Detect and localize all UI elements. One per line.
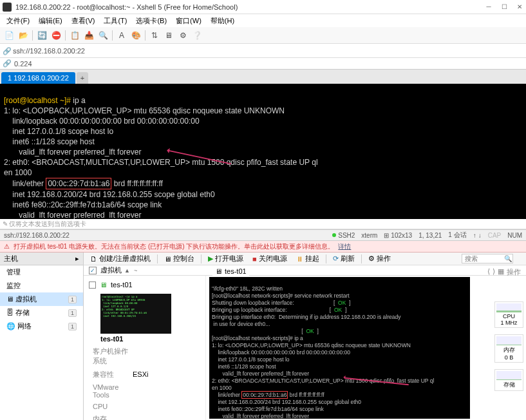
vm-name: tes-t01 bbox=[111, 281, 133, 289]
collapse-icon[interactable]: ▸ bbox=[75, 254, 79, 263]
vm-console-overlay[interactable]: "ifcfg-eth0" 18L, 282C written [root@loc… bbox=[209, 277, 470, 419]
session-tabbar: 1 192.168.0.200:22 + bbox=[0, 70, 526, 84]
vm-item-title: tes-t01 bbox=[100, 335, 200, 343]
metrics-column: CPU1 MHz 内存0 B 存储 bbox=[494, 301, 523, 391]
screen-button[interactable]: 🖥 bbox=[162, 29, 175, 42]
play-icon: ▶ bbox=[208, 254, 213, 263]
sort-icon[interactable]: ▲ bbox=[124, 267, 130, 274]
grid-icon: ⊞ bbox=[384, 232, 389, 239]
sidebar-item-monitor[interactable]: 监控 bbox=[0, 279, 83, 292]
warning-icon: ⚠ bbox=[4, 243, 10, 250]
vm-main-area: 🗋创建/注册虚拟机 🖥控制台 ▶打开电源 ■关闭电源 ⏸挂起 ⟳刷新 ⚙操作 🔍… bbox=[84, 253, 526, 420]
vm-icon: 🖥 bbox=[215, 267, 222, 275]
vm-refresh-button[interactable]: ⟳刷新 bbox=[330, 253, 357, 265]
warning-bar: ⚠ 打开虚拟机 tes-t01 电源失败。无法在当前状态 (已打开电源) 下执行… bbox=[0, 241, 526, 253]
vm-actions-button[interactable]: ⚙操作 bbox=[366, 253, 393, 265]
app-icon bbox=[3, 3, 12, 12]
storage-icon: 🗄 bbox=[6, 309, 15, 316]
warning-link[interactable]: 详情 bbox=[338, 242, 351, 251]
console-icon: 🖥 bbox=[164, 255, 171, 263]
paste-button[interactable]: 📥 bbox=[82, 29, 95, 42]
link-icon: 🔗 bbox=[3, 59, 12, 68]
vm-list-row[interactable]: 🖥 tes-t01 bbox=[89, 280, 200, 290]
vm-workspace: 主机▸ 管理 监控 🖥 虚拟机1 🗄 存储1 🌐 网络1 🗋创建/注册虚拟机 🖥… bbox=[0, 253, 526, 420]
reconnect-button[interactable]: 🔄 bbox=[35, 29, 48, 42]
prompt: [root@localhost ~]# bbox=[4, 96, 71, 105]
metric-storage: 存储 bbox=[494, 369, 523, 391]
mac-address-highlight: 00:0c:29:7d:b1:a6 bbox=[46, 178, 111, 189]
vm-meta: 客户机操作系统 兼容性ESXi VMware Tools CPU 内存 bbox=[89, 343, 200, 420]
down-icon: ↓ bbox=[478, 232, 482, 239]
address-text[interactable]: ssh://192.168.0.200:22 bbox=[13, 47, 523, 55]
menu-view[interactable]: 查看(V) bbox=[68, 15, 99, 27]
options-button[interactable]: ⚙ bbox=[176, 29, 189, 42]
vm-row-checkbox[interactable] bbox=[89, 282, 96, 289]
maximize-button[interactable]: ☐ bbox=[500, 3, 508, 11]
terminal[interactable]: [root@localhost ~]# ip a 1: lo: <LOOPBAC… bbox=[0, 84, 526, 219]
menu-tools[interactable]: 工具(T) bbox=[100, 15, 131, 27]
address-bar: 🔗 ssh://192.168.0.200:22 bbox=[0, 44, 526, 58]
side-head: 主机▸ bbox=[0, 253, 83, 265]
up-icon: ↑ bbox=[473, 232, 476, 239]
menu-edit[interactable]: 编辑(E) bbox=[35, 15, 66, 27]
sidebar-item-vms[interactable]: 🖥 虚拟机1 bbox=[0, 292, 83, 306]
select-all-checkbox[interactable]: ✓ bbox=[89, 267, 97, 274]
vm-content: 🖥 tes-t01 root@localhost ~]# ip a 1: lo:… bbox=[84, 276, 526, 420]
vm-toolbar: 🗋创建/注册虚拟机 🖥控制台 ▶打开电源 ■关闭电源 ⏸挂起 ⟳刷新 ⚙操作 🔍 bbox=[84, 253, 526, 265]
font-button[interactable]: A bbox=[115, 29, 128, 42]
vm-create-button[interactable]: 🗋创建/注册虚拟机 bbox=[88, 253, 153, 265]
plus-icon: 🗋 bbox=[90, 255, 97, 263]
vm-poweron-button[interactable]: ▶打开电源 bbox=[205, 253, 246, 265]
color-button[interactable]: 🎨 bbox=[129, 29, 142, 42]
stop-icon: ■ bbox=[252, 255, 257, 263]
vm-poweroff-button[interactable]: ■关闭电源 bbox=[250, 253, 290, 265]
menu-tabs[interactable]: 选项卡(B) bbox=[132, 15, 171, 27]
help-button[interactable]: ❔ bbox=[191, 29, 203, 42]
minimize-button[interactable]: ─ bbox=[485, 3, 493, 11]
close-button[interactable]: ✕ bbox=[516, 3, 523, 11]
sidebar-item-storage[interactable]: 🗄 存储1 bbox=[0, 306, 83, 320]
gear-icon: ⚙ bbox=[368, 254, 375, 263]
menu-window[interactable]: 窗口(W) bbox=[172, 15, 205, 27]
menubar: 文件(F) 编辑(E) 查看(V) 工具(T) 选项卡(B) 窗口(W) 帮助(… bbox=[0, 14, 526, 27]
compose-hint[interactable]: ✎仅将文本发送到当前选项卡 bbox=[0, 219, 526, 229]
vm-icon: 🖥 bbox=[6, 295, 15, 303]
menu-help[interactable]: 帮助(H) bbox=[207, 15, 238, 27]
vm-status-icon: 🖥 bbox=[100, 281, 107, 289]
window-title: 192.168.0.200:22 - root@localhost:~ - Xs… bbox=[15, 3, 485, 11]
new-tab-button[interactable]: + bbox=[77, 72, 88, 84]
toolbar: 📄 📂 🔄 ⛔ 📋 📥 🔍 A 🎨 ⇅ 🖥 ⚙ ❔ bbox=[0, 27, 526, 44]
metric-mem: 内存0 B bbox=[494, 334, 523, 363]
copy-button[interactable]: 📋 bbox=[68, 29, 81, 42]
vm-console-button[interactable]: 🖥控制台 bbox=[162, 253, 197, 265]
refresh-icon: ⟳ bbox=[333, 254, 339, 263]
new-session-button[interactable]: 📄 bbox=[3, 29, 15, 42]
metric-cpu: CPU1 MHz bbox=[494, 301, 523, 328]
sidebar-item-network[interactable]: 🌐 网络1 bbox=[0, 320, 83, 333]
find-button[interactable]: 🔍 bbox=[97, 29, 109, 42]
warning-text: 打开虚拟机 tes-t01 电源失败。无法在当前状态 (已打开电源) 下执行该功… bbox=[14, 242, 334, 251]
sidebar-item-manage[interactable]: 管理 bbox=[0, 265, 83, 279]
vm-console-thumbnail[interactable]: root@localhost ~]# ip a 1: lo: LOOPBACK,… bbox=[100, 294, 171, 334]
transfer-button[interactable]: ⇅ bbox=[148, 29, 161, 42]
open-button[interactable]: 📂 bbox=[17, 29, 30, 42]
status-led bbox=[332, 233, 336, 237]
statusbar: ssh://192.168.0.200:22 SSH2 xterm ⊞102x1… bbox=[0, 229, 526, 241]
side-panel: 主机▸ 管理 监控 🖥 虚拟机1 🗄 存储1 🌐 网络1 bbox=[0, 253, 84, 420]
vm-search-input[interactable] bbox=[462, 254, 513, 263]
disconnect-button[interactable]: ⛔ bbox=[50, 29, 62, 42]
host-icon: 🔗 bbox=[3, 47, 10, 55]
vm-list-column: 🖥 tes-t01 root@localhost ~]# ip a 1: lo:… bbox=[84, 276, 206, 420]
network-icon: 🌐 bbox=[6, 322, 17, 330]
vm-tab-title: 🖥tes-t01 bbox=[212, 267, 249, 276]
vm-suspend-button[interactable]: ⏸挂起 bbox=[294, 253, 322, 265]
pause-icon: ⏸ bbox=[296, 255, 303, 263]
menu-file[interactable]: 文件(F) bbox=[3, 15, 33, 27]
host-label: 0.224 bbox=[14, 60, 32, 68]
session-tab-active[interactable]: 1 192.168.0.200:22 bbox=[1, 72, 75, 84]
mac-address-highlight-2: 00:0c:29:7d:b1:a6 bbox=[241, 391, 288, 399]
vm-search: 🔍 bbox=[462, 254, 522, 263]
host-label-bar: 🔗 0.224 bbox=[0, 58, 526, 70]
window-titlebar: 192.168.0.200:22 - root@localhost:~ - Xs… bbox=[0, 0, 526, 14]
vm-list-header: ✓ 虚拟机 ▲ ~ bbox=[84, 265, 526, 276]
